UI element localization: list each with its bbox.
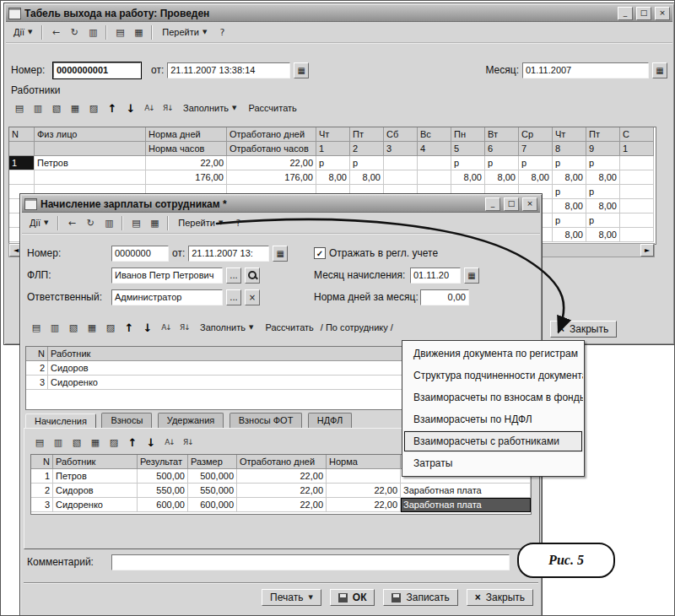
table-cell[interactable]: Заработная плата <box>401 484 531 498</box>
responsible-input[interactable]: Администратор <box>111 289 223 305</box>
table-cell[interactable]: Результат <box>138 455 188 469</box>
payroll-titlebar[interactable]: Начисление зарплаты сотрудникам * _ □ × <box>22 196 540 213</box>
table-cell[interactable] <box>620 156 654 170</box>
close-icon[interactable]: × <box>655 7 670 20</box>
table-cell[interactable]: Чт <box>553 127 586 142</box>
minimize-icon[interactable]: _ <box>485 197 500 211</box>
tab-deductions[interactable]: Удержания <box>158 413 224 428</box>
table-cell[interactable] <box>9 170 35 185</box>
back-icon[interactable]: ← <box>47 24 64 40</box>
table-cell[interactable]: р <box>519 156 553 170</box>
sort-desc-icon[interactable]: Я↓ <box>159 100 176 116</box>
table-cell[interactable]: 22,00 <box>237 498 327 512</box>
table-cell[interactable]: 8,00 <box>553 228 586 242</box>
table-cell[interactable]: N <box>26 347 48 361</box>
table-cell[interactable]: Отработано дней <box>237 455 327 469</box>
table-cell[interactable]: 3 <box>384 142 418 156</box>
number-input[interactable]: 0000000001 <box>53 62 141 78</box>
calendar-icon[interactable]: ▦ <box>273 246 288 262</box>
copy-row-icon[interactable]: ▥ <box>30 100 46 116</box>
table-cell[interactable]: Петров <box>35 156 146 170</box>
table-cell[interactable]: Работник <box>53 455 138 469</box>
table-cell[interactable]: Чт <box>316 127 350 142</box>
menu-item-ndfl-settlements[interactable]: Взаиморасчеты по НДФЛ <box>403 408 583 430</box>
move-up-icon[interactable]: ↑ <box>104 100 121 116</box>
calendar-icon[interactable]: ▦ <box>464 267 479 284</box>
table-cell[interactable]: Вс <box>418 127 451 142</box>
table-cell[interactable]: 22,00 <box>327 498 401 512</box>
table-cell[interactable]: Петров <box>53 469 138 484</box>
table-cell[interactable]: 6 <box>485 142 519 156</box>
search-icon[interactable] <box>245 267 260 284</box>
order-rows-icon[interactable]: ▦ <box>67 100 84 116</box>
table-cell[interactable]: Норма часов <box>146 142 227 156</box>
table-cell[interactable]: Отработано часов <box>227 142 316 156</box>
table-cell[interactable]: Сидоров <box>53 484 138 498</box>
table-cell[interactable]: 4 <box>418 142 451 156</box>
table-cell[interactable]: Норма <box>327 455 401 469</box>
table-cell[interactable]: 550,000 <box>188 484 237 498</box>
table-cell[interactable]: Вт <box>485 127 519 142</box>
table-row[interactable]: 2Сидоров550,00550,00022,0022,00Заработна… <box>31 484 531 498</box>
tab-ndfl[interactable]: НДФЛ <box>308 413 352 428</box>
table-cell[interactable]: 500,000 <box>188 469 237 484</box>
table-cell[interactable]: 500,00 <box>138 469 188 484</box>
table-cell[interactable]: 5 <box>451 142 485 156</box>
table-cell[interactable] <box>620 185 654 199</box>
minimize-icon[interactable]: _ <box>618 7 633 20</box>
structure-icon[interactable]: ▦ <box>146 215 163 230</box>
table-cell[interactable]: 22,00 <box>327 484 401 498</box>
levels-icon[interactable]: ▨ <box>102 320 119 335</box>
table-cell[interactable]: 8,00 <box>553 199 586 213</box>
table-cell[interactable]: 22,00 <box>146 156 227 170</box>
table-cell[interactable]: 8,00 <box>451 170 485 185</box>
norm-days-input[interactable]: 0,00 <box>420 289 469 305</box>
document-icon[interactable]: ▤ <box>111 24 128 40</box>
sort-asc-icon[interactable]: А↓ <box>158 320 175 335</box>
table-cell[interactable]: 1 <box>31 469 53 484</box>
table-cell[interactable]: 2 <box>350 142 384 156</box>
ok-button[interactable]: ОК <box>330 589 375 606</box>
move-up-icon[interactable]: ↑ <box>121 320 138 335</box>
goto-menu-button[interactable]: Перейти ▼ <box>157 24 212 40</box>
table-cell[interactable]: 8 <box>553 142 586 156</box>
table-cell[interactable]: 22,00 <box>237 484 327 498</box>
table-cell[interactable]: р <box>350 156 384 170</box>
copy-row-icon[interactable]: ▥ <box>46 320 63 335</box>
delete-row-icon[interactable]: ▧ <box>48 100 65 116</box>
calculate-button[interactable]: Рассчитать <box>260 320 318 335</box>
timesheet-close-button[interactable]: × Закрыть <box>550 321 617 338</box>
help-icon[interactable]: ? <box>230 215 246 230</box>
table-cell[interactable]: р <box>553 185 586 199</box>
order-rows-icon[interactable]: ▦ <box>87 435 104 450</box>
table-cell[interactable]: р <box>553 213 586 228</box>
table-cell[interactable]: р <box>586 156 620 170</box>
menu-item-costs[interactable]: Затраты <box>403 452 583 474</box>
table-cell[interactable] <box>418 170 451 185</box>
scroll-right-icon[interactable]: ► <box>640 244 654 257</box>
reflect-accounting-checkbox[interactable]: ✓ <box>314 247 326 259</box>
table-cell[interactable]: 8,00 <box>586 170 620 185</box>
save-button[interactable]: Записать <box>383 589 457 606</box>
flp-input[interactable]: Иванов Петр Петрович <box>111 267 223 284</box>
menu-item-fund-contribution-settlements[interactable]: Взаиморасчеты по взносам в фонды <box>403 386 583 408</box>
table-cell[interactable]: Ср <box>519 127 553 142</box>
menu-item-register-movements[interactable]: Движения документа по регистрам <box>403 343 583 365</box>
ellipsis-icon[interactable]: ... <box>226 289 241 305</box>
back-icon[interactable]: ← <box>63 215 80 230</box>
table-cell[interactable] <box>35 142 146 156</box>
table-cell[interactable]: 176,00 <box>227 170 316 185</box>
accrual-month-input[interactable]: 01.11.20 <box>410 267 461 284</box>
calendar-icon[interactable]: ▦ <box>652 62 667 78</box>
close-button[interactable]: × Закрыть <box>467 589 533 606</box>
move-up-icon[interactable]: ↑ <box>124 435 141 450</box>
table-cell[interactable]: Сб <box>384 127 418 142</box>
table-cell[interactable]: 1 <box>620 142 654 156</box>
table-cell[interactable]: 8,00 <box>485 170 519 185</box>
table-cell[interactable]: N <box>9 127 35 142</box>
table-cell[interactable]: 8,00 <box>586 228 620 242</box>
table-cell[interactable]: р <box>485 156 519 170</box>
table-cell[interactable]: р <box>451 156 485 170</box>
table-cell[interactable] <box>384 156 418 170</box>
fill-button[interactable]: Заполнить ▼ <box>178 100 241 116</box>
